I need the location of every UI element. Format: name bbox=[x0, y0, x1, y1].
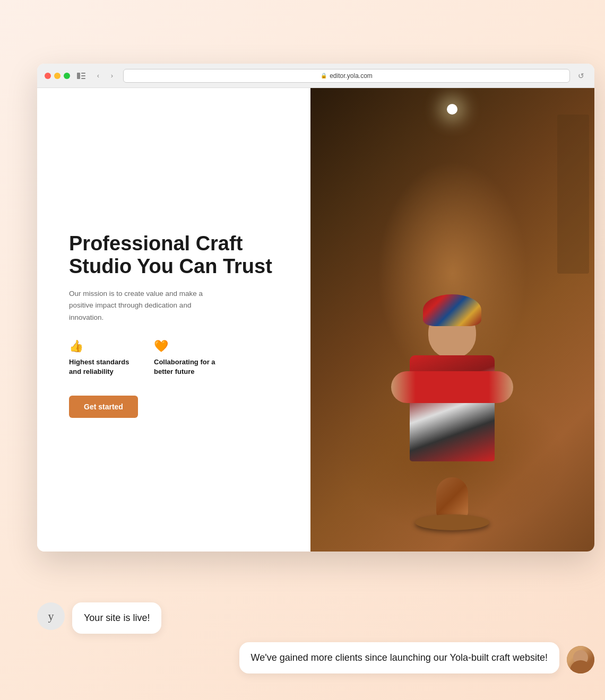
nav-buttons: ‹ › bbox=[92, 70, 118, 82]
close-button[interactable] bbox=[45, 73, 51, 79]
address-bar[interactable]: 🔒 editor.yola.com bbox=[123, 69, 570, 83]
yola-avatar: y bbox=[37, 602, 65, 630]
features-row: 👍 Highest standards and reliability 🧡 Co… bbox=[69, 339, 284, 377]
craft-photo bbox=[310, 88, 595, 552]
browser-window: ‹ › 🔒 editor.yola.com ↺ Professional Cra… bbox=[37, 64, 594, 552]
person-arms bbox=[391, 371, 513, 403]
maximize-button[interactable] bbox=[64, 73, 70, 79]
background-shelf bbox=[557, 115, 589, 274]
chat-row-1: y Your site is live! bbox=[37, 602, 594, 634]
svg-rect-0 bbox=[77, 73, 80, 79]
person-figure bbox=[383, 297, 521, 552]
hero-description: Our mission is to create value and make … bbox=[69, 288, 218, 323]
svg-rect-3 bbox=[81, 78, 85, 79]
user-avatar bbox=[567, 646, 594, 673]
heart-icon: 🧡 bbox=[154, 339, 223, 353]
chat-area: y Your site is live! We've gained more c… bbox=[37, 602, 594, 673]
person-hat bbox=[423, 294, 481, 326]
thumbs-up-icon: 👍 bbox=[69, 339, 138, 353]
user-avatar-image bbox=[567, 646, 594, 673]
feature-item-1: 👍 Highest standards and reliability bbox=[69, 339, 138, 377]
left-panel: Professional Craft Studio You Can Trust … bbox=[37, 88, 310, 552]
chat-row-2: We've gained more clients since launchin… bbox=[37, 642, 594, 673]
browser-toolbar: ‹ › 🔒 editor.yola.com ↺ bbox=[37, 64, 594, 88]
svg-rect-2 bbox=[81, 75, 85, 76]
lock-icon: 🔒 bbox=[321, 73, 327, 78]
chat-message-2: We've gained more clients since launchin… bbox=[251, 652, 548, 663]
traffic-lights bbox=[45, 73, 70, 79]
feature-label-1: Highest standards and reliability bbox=[69, 357, 138, 377]
feature-item-2: 🧡 Collaborating for a better future bbox=[154, 339, 223, 377]
feature-label-2: Collaborating for a better future bbox=[154, 357, 223, 377]
pottery-wheel bbox=[415, 514, 489, 530]
get-started-button[interactable]: Get started bbox=[69, 396, 138, 418]
forward-button[interactable]: › bbox=[106, 70, 118, 82]
minimize-button[interactable] bbox=[54, 73, 60, 79]
chat-bubble-1: Your site is live! bbox=[72, 602, 161, 634]
sidebar-toggle-icon[interactable] bbox=[75, 70, 87, 82]
url-text: editor.yola.com bbox=[330, 72, 373, 80]
chat-bubble-2: We've gained more clients since launchin… bbox=[239, 642, 559, 673]
hero-title: Professional Craft Studio You Can Trust bbox=[69, 232, 284, 278]
right-panel bbox=[310, 88, 595, 552]
ceiling-light bbox=[447, 104, 457, 115]
chat-message-1: Your site is live! bbox=[84, 612, 150, 623]
clay-pot bbox=[436, 477, 468, 520]
back-button[interactable]: ‹ bbox=[92, 70, 104, 82]
reload-button[interactable]: ↺ bbox=[575, 70, 587, 82]
website-content: Professional Craft Studio You Can Trust … bbox=[37, 88, 594, 552]
svg-rect-1 bbox=[81, 73, 85, 74]
